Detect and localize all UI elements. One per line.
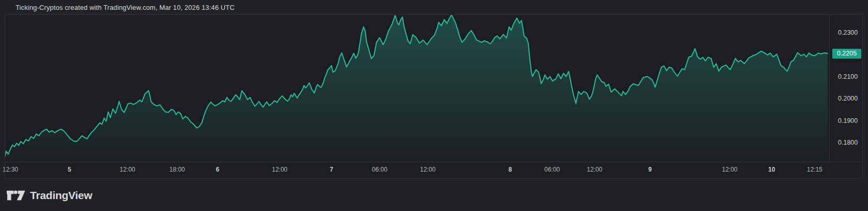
y-axis-label: 0.1800 (838, 139, 858, 146)
chart-attribution-title: Ticking-Cryptos created with TradingView… (16, 3, 235, 12)
x-tick-label: 5 (68, 166, 71, 173)
x-tick-label: 10 (768, 166, 775, 173)
tradingview-logo-text: TradingView (30, 188, 92, 203)
x-tick-label: 8 (509, 166, 512, 173)
x-tick-label: 9 (648, 166, 652, 173)
x-tick-label: 12:00 (420, 166, 436, 173)
price-axis-scale[interactable]: 0.2205 0.23000.21000.20000.19000.1800 (829, 15, 863, 162)
y-axis-label: 0.2000 (838, 95, 858, 102)
x-tick-label: 12:15 (807, 166, 822, 173)
x-tick-label: 12:00 (120, 166, 135, 173)
published-chart-page: Ticking-Cryptos created with TradingView… (0, 0, 868, 211)
x-tick-label: 12:00 (722, 166, 737, 173)
time-axis-scale[interactable]: 12:30512:0018:00612:00706:0012:00806:001… (5, 162, 863, 179)
x-tick-label: 18:00 (169, 166, 185, 173)
x-tick-label: 7 (330, 166, 334, 173)
tradingview-logo-link[interactable]: TradingView (7, 188, 92, 203)
x-tick-label: 12:00 (272, 166, 287, 173)
price-chart-plot-area[interactable] (5, 15, 829, 162)
x-tick-label: 12:00 (587, 166, 602, 173)
y-axis-label: 0.2100 (838, 73, 858, 80)
x-tick-label: 06:00 (372, 166, 387, 173)
x-tick-label: 12:30 (3, 166, 18, 173)
x-tick-label: 06:00 (544, 166, 560, 173)
x-tick-label: 6 (216, 166, 220, 173)
tradingview-logo-icon (7, 190, 25, 201)
last-price-badge: 0.2205 (832, 49, 861, 59)
y-axis-label: 0.1900 (838, 117, 858, 124)
y-axis-label: 0.2300 (838, 29, 858, 36)
